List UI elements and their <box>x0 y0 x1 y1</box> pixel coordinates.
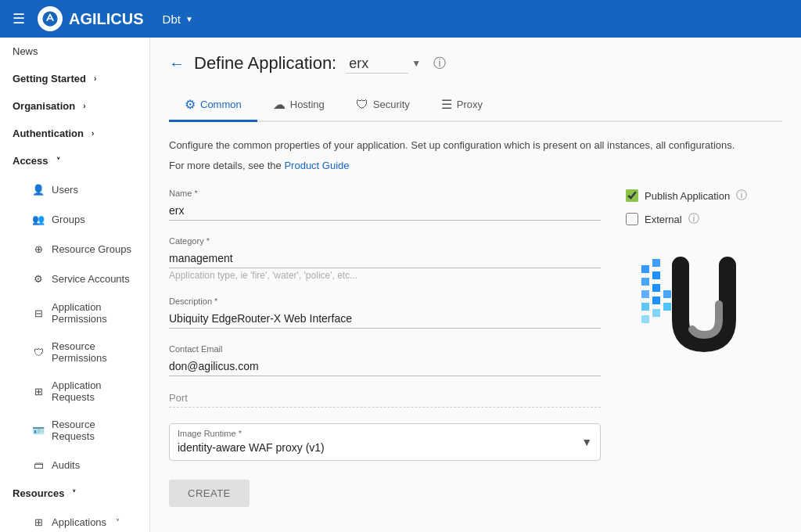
resource-permissions-icon: 🛡 <box>31 345 45 359</box>
name-input[interactable] <box>169 201 601 221</box>
name-label: Name * <box>169 189 601 198</box>
sidebar-item-resource-requests[interactable]: 🪪 Resource Requests <box>0 411 149 450</box>
workspace-caret-icon: ▼ <box>185 15 193 23</box>
resources-caret-icon: ˅ <box>72 489 76 498</box>
top-nav: ☰ AGILICUS Dbt ▼ <box>0 0 801 38</box>
svg-rect-2 <box>652 259 660 267</box>
create-button[interactable]: CREATE <box>169 480 250 507</box>
description-line2: For more details, see the Product Guide <box>169 158 782 174</box>
sidebar-audits-label: Audits <box>52 459 80 471</box>
sidebar-item-resources[interactable]: Resources ˅ <box>0 480 149 507</box>
logo: AGILICUS <box>38 6 144 31</box>
page-title: Define Application: <box>194 53 336 74</box>
sidebar-item-news[interactable]: News <box>0 38 149 65</box>
image-runtime-select[interactable]: identity-aware WAF proxy (v1) direct cus… <box>170 438 600 460</box>
resource-groups-icon: ⊕ <box>31 242 45 256</box>
publish-help-icon[interactable]: ⓘ <box>736 189 747 203</box>
sidebar-users-label: Users <box>52 184 78 196</box>
logo-icon <box>38 6 63 31</box>
hamburger-menu[interactable]: ☰ <box>13 10 25 27</box>
sidebar-access-label: Access <box>13 155 48 167</box>
sidebar-getting-started-label: Getting Started <box>13 73 86 84</box>
sidebar-item-service-accounts[interactable]: ⚙ Service Accounts <box>0 264 149 293</box>
sidebar-app-requests-label: Application Requests <box>52 379 137 403</box>
proxy-tab-icon: ☰ <box>441 97 452 112</box>
tab-proxy[interactable]: ☰ Proxy <box>426 89 498 122</box>
sidebar-item-application-permissions[interactable]: ⊟ Application Permissions <box>0 293 149 332</box>
form-right: Publish Application ⓘ External ⓘ <box>626 189 782 507</box>
external-row: External ⓘ <box>626 212 782 226</box>
sidebar-resource-groups-label: Resource Groups <box>52 243 131 255</box>
port-field: Port <box>169 392 601 408</box>
sidebar-news-label: News <box>13 45 38 57</box>
publish-checkbox[interactable] <box>626 189 638 202</box>
sidebar-authentication-label: Authentication <box>13 128 84 139</box>
sidebar-item-resource-permissions[interactable]: 🛡 Resource Permissions <box>0 332 149 372</box>
applications-icon: ⊞ <box>31 515 45 529</box>
sidebar-item-users[interactable]: 👤 Users <box>0 174 149 204</box>
page-help-icon[interactable]: ⓘ <box>433 56 446 72</box>
organisation-caret-icon: › <box>83 102 85 110</box>
page-header: ← Define Application: erx ▼ ⓘ <box>169 53 782 74</box>
security-tab-icon: 🛡 <box>356 98 368 112</box>
tab-bar: ⚙ Common ☁ Hosting 🛡 Security ☰ Proxy <box>169 89 782 122</box>
description-field: Description * <box>169 297 601 329</box>
audits-icon: 🗃 <box>31 458 45 472</box>
sidebar-item-authentication[interactable]: Authentication › <box>0 120 149 147</box>
users-icon: 👤 <box>31 182 45 196</box>
applications-expand-icon: ˅ <box>116 518 120 527</box>
app-name-select[interactable]: erx <box>346 54 408 74</box>
contact-email-field: Contact Email <box>169 344 601 376</box>
form-area: Name * Category * Application type, ie '… <box>169 189 782 507</box>
svg-rect-3 <box>641 278 649 286</box>
product-guide-link[interactable]: Product Guide <box>284 160 349 171</box>
sidebar: News Getting Started › Organisation › Au… <box>0 38 150 532</box>
sidebar-item-organisation[interactable]: Organisation › <box>0 92 149 120</box>
app-name-selector[interactable]: erx ▼ <box>346 54 421 74</box>
app-requests-icon: ⊞ <box>31 384 45 398</box>
back-button[interactable]: ← <box>169 55 185 73</box>
tab-hosting[interactable]: ☁ Hosting <box>257 89 340 122</box>
form-left: Name * Category * Application type, ie '… <box>169 189 601 507</box>
groups-icon: 👥 <box>31 212 45 226</box>
external-help-icon[interactable]: ⓘ <box>688 212 699 226</box>
external-label: External <box>645 214 682 225</box>
sidebar-item-application-requests[interactable]: ⊞ Application Requests <box>0 372 149 411</box>
sidebar-item-groups[interactable]: 👥 Groups <box>0 204 149 234</box>
tab-security[interactable]: 🛡 Security <box>340 89 426 122</box>
sidebar-applications-label: Applications <box>52 516 106 528</box>
sidebar-resource-permissions-label: Resource Permissions <box>52 340 137 364</box>
sidebar-item-getting-started[interactable]: Getting Started › <box>0 65 149 92</box>
svg-rect-12 <box>641 315 649 323</box>
description-label: Description * <box>169 297 601 306</box>
description-line2-text: For more details, see the <box>169 160 282 171</box>
image-runtime-field: Image Runtime * identity-aware WAF proxy… <box>169 423 601 461</box>
external-checkbox[interactable] <box>626 213 638 225</box>
sidebar-app-permissions-label: Application Permissions <box>52 301 137 325</box>
sidebar-item-resource-groups[interactable]: ⊕ Resource Groups <box>0 234 149 264</box>
svg-rect-11 <box>652 309 660 317</box>
image-runtime-label: Image Runtime * <box>170 424 600 438</box>
description-input[interactable] <box>169 309 601 329</box>
svg-rect-7 <box>641 303 649 311</box>
app-permissions-icon: ⊟ <box>31 306 45 320</box>
contact-email-input[interactable] <box>169 357 601 376</box>
svg-rect-8 <box>652 297 660 304</box>
port-divider <box>169 407 601 408</box>
port-label: Port <box>169 392 601 404</box>
sidebar-item-access[interactable]: Access ˅ <box>0 147 149 174</box>
sidebar-resource-requests-label: Resource Requests <box>52 419 137 442</box>
sidebar-item-audits[interactable]: 🗃 Audits <box>0 450 149 480</box>
svg-rect-1 <box>641 265 649 273</box>
svg-rect-10 <box>663 303 671 311</box>
category-input[interactable] <box>169 249 601 268</box>
tab-common[interactable]: ⚙ Common <box>169 89 257 122</box>
tab-security-label: Security <box>373 99 410 110</box>
sidebar-item-applications[interactable]: ⊞ Applications ˅ <box>0 507 149 532</box>
common-tab-icon: ⚙ <box>185 97 196 112</box>
getting-started-caret-icon: › <box>94 74 96 83</box>
contact-email-label: Contact Email <box>169 344 601 354</box>
logo-text: AGILICUS <box>69 10 144 28</box>
sidebar-service-accounts-label: Service Accounts <box>52 273 130 285</box>
workspace-selector[interactable]: Dbt ▼ <box>163 13 193 26</box>
